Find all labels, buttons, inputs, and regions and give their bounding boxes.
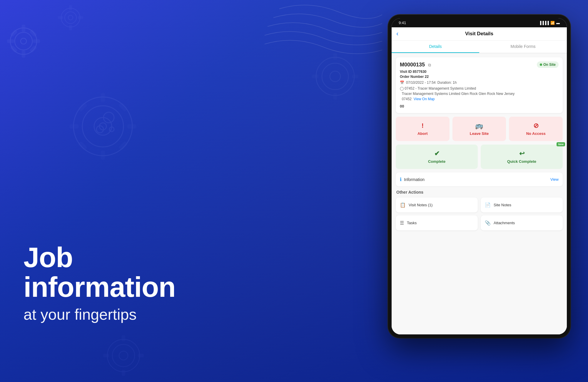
- svg-point-23: [96, 126, 103, 133]
- svg-rect-29: [78, 103, 87, 111]
- quick-complete-button[interactable]: New ↩ Quick Complete: [481, 145, 563, 169]
- action-buttons-row1: ! Abort 🚌 Leave Site ⊘ No Access: [396, 117, 563, 141]
- on-site-badge: On Site: [537, 61, 559, 68]
- leave-site-button[interactable]: 🚌 Leave Site: [452, 117, 506, 141]
- postcode: 07452: [402, 97, 412, 101]
- svg-rect-10: [30, 46, 37, 53]
- svg-point-21: [99, 123, 106, 130]
- svg-rect-32: [119, 142, 127, 150]
- svg-rect-15: [69, 25, 72, 30]
- tab-details[interactable]: Details: [392, 41, 479, 53]
- wave-icon: [265, 0, 382, 88]
- svg-point-1: [15, 32, 32, 50]
- datetime-row: 📅 07/10/2022 - 17:54 Duration: 1h: [400, 81, 559, 85]
- svg-rect-45: [103, 354, 109, 357]
- abort-label: Abort: [417, 131, 428, 136]
- back-button[interactable]: ‹: [396, 30, 398, 38]
- tab-mobile-forms[interactable]: Mobile Forms: [479, 41, 567, 53]
- app-body[interactable]: M0000135 ⧉ On Site Visit ID 8577630: [392, 53, 567, 334]
- visit-id-line: Visit ID 8577630: [400, 70, 559, 74]
- svg-rect-30: [119, 103, 127, 111]
- other-actions-grid: 📋 Visit Notes (1) 📄 Site Notes ☰ Tasks: [396, 197, 563, 230]
- tablet-frame: 9:41 ▐▐▐▐ 📶 ▬ ‹ Visit Details Details: [388, 15, 570, 338]
- headline: Job information: [24, 243, 176, 302]
- tasks-label: Tasks: [407, 221, 417, 225]
- signal-icon: ▐▐▐▐: [539, 21, 549, 25]
- tab-bar: Details Mobile Forms: [392, 41, 567, 53]
- svg-point-13: [68, 15, 73, 20]
- svg-point-11: [61, 8, 80, 27]
- info-icon: ℹ: [400, 177, 402, 182]
- svg-rect-5: [7, 40, 14, 43]
- app-content: ‹ Visit Details Details Mobile Forms: [392, 27, 567, 334]
- gear-icon-3: [29, 53, 176, 200]
- headline-line2: information: [24, 272, 176, 302]
- calendar-icon: 📅: [400, 81, 404, 85]
- on-site-label: On Site: [543, 63, 556, 67]
- tasks-button[interactable]: ☰ Tasks: [396, 215, 478, 230]
- site-notes-button[interactable]: 📄 Site Notes: [481, 197, 563, 212]
- svg-rect-6: [33, 40, 40, 43]
- battery-icon: ▬: [556, 21, 560, 25]
- field-00: 00: [400, 104, 559, 108]
- status-icons: ▐▐▐▐ 📶 ▬: [539, 21, 560, 25]
- status-bar: 9:41 ▐▐▐▐ 📶 ▬: [392, 18, 567, 27]
- gear-icon-2: [47, 0, 94, 41]
- svg-rect-44: [122, 370, 125, 376]
- svg-point-12: [65, 12, 76, 24]
- wifi-icon: 📶: [550, 21, 555, 25]
- svg-rect-27: [70, 125, 78, 128]
- copy-icon[interactable]: ⧉: [428, 63, 431, 67]
- svg-rect-16: [58, 16, 63, 19]
- svg-point-42: [119, 351, 128, 360]
- address-line2: Tracer Management Systems Limited Glen R…: [402, 92, 514, 96]
- complete-label: Complete: [428, 159, 445, 164]
- complete-icon: ✔: [434, 150, 440, 158]
- abort-icon: !: [422, 122, 424, 130]
- complete-button[interactable]: ✔ Complete: [396, 145, 478, 169]
- svg-point-20: [94, 118, 112, 135]
- app-header: ‹ Visit Details: [392, 27, 567, 41]
- svg-rect-17: [78, 16, 83, 19]
- svg-point-41: [112, 344, 135, 367]
- svg-rect-7: [11, 30, 17, 37]
- leave-site-label: Leave Site: [470, 131, 489, 136]
- site-notes-icon: 📄: [485, 202, 491, 208]
- view-on-map-link[interactable]: View On Map: [414, 97, 435, 101]
- status-time: 9:41: [399, 21, 406, 25]
- no-access-icon: ⊘: [533, 122, 539, 130]
- left-content-block: Job information at your fingertips: [24, 243, 176, 323]
- tasks-icon: ☰: [400, 220, 404, 226]
- abort-button[interactable]: ! Abort: [396, 117, 450, 141]
- svg-rect-8: [30, 30, 37, 37]
- on-site-dot: [540, 63, 542, 66]
- svg-rect-43: [122, 336, 125, 341]
- tablet-device: 9:41 ▐▐▐▐ 📶 ▬ ‹ Visit Details Details: [388, 15, 570, 367]
- duration-value: Duration: 1h: [437, 81, 457, 85]
- svg-rect-46: [138, 354, 143, 357]
- page-title: Visit Details: [465, 31, 493, 37]
- action-buttons-row2: ✔ Complete New ↩ Quick Complete: [396, 145, 563, 169]
- svg-rect-28: [128, 125, 136, 128]
- svg-rect-25: [101, 93, 105, 102]
- subheadline: at your fingertips: [24, 306, 176, 323]
- tablet-screen: 9:41 ▐▐▐▐ 📶 ▬ ‹ Visit Details Details: [392, 18, 567, 334]
- svg-rect-4: [22, 51, 25, 57]
- visit-id-block: M0000135 ⧉: [400, 62, 431, 68]
- no-access-label: No Access: [526, 131, 546, 136]
- visit-info-card: M0000135 ⧉ On Site Visit ID 8577630: [396, 57, 563, 113]
- svg-point-2: [21, 38, 26, 44]
- no-access-button[interactable]: ⊘ No Access: [509, 117, 563, 141]
- information-view-link[interactable]: View: [550, 177, 559, 182]
- attachments-button[interactable]: 📎 Attachments: [481, 215, 563, 230]
- site-notes-label: Site Notes: [494, 203, 511, 207]
- quick-complete-label: Quick Complete: [507, 159, 536, 164]
- new-badge: New: [557, 142, 565, 146]
- other-actions-title: Other Actions: [396, 190, 563, 195]
- visit-notes-button[interactable]: 📋 Visit Notes (1): [396, 197, 478, 212]
- svg-rect-14: [69, 5, 72, 10]
- attachments-label: Attachments: [494, 221, 515, 225]
- svg-rect-26: [101, 151, 105, 159]
- address-line1: 07452 - Tracer Management Systems Limite…: [405, 86, 476, 91]
- svg-rect-3: [22, 25, 25, 31]
